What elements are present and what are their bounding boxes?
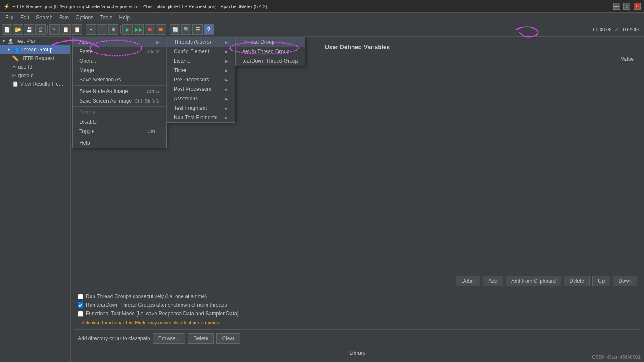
submenu-threads[interactable]: Threads (Users) ▶ <box>167 37 235 47</box>
ctx-sep1 <box>73 85 166 86</box>
library-section: Library <box>74 347 641 359</box>
submenu-teardown-thread-group[interactable]: tearDown Thread Group <box>236 56 305 66</box>
ctx-merge[interactable]: Merge <box>73 66 166 75</box>
ctx-sep2 <box>73 106 166 107</box>
toolbar-help[interactable]: ? <box>204 24 214 35</box>
maximize-button[interactable]: □ <box>623 3 630 10</box>
timer-display: 00:00:08 <box>593 27 611 32</box>
goodid-icon: ✂ <box>12 72 16 78</box>
tree-item-userid[interactable]: ✂ userId <box>0 63 70 71</box>
menu-search[interactable]: Search <box>33 14 56 21</box>
title-bar: ⚡ HTTP Request.jmx (D:\Programing\Jmeter… <box>0 0 644 13</box>
toolbar-run-all[interactable]: ▶▶ <box>134 24 144 35</box>
ctx-add[interactable]: Add ▶ <box>73 37 166 47</box>
down-button[interactable]: Down <box>613 276 637 286</box>
submenu-testfragment[interactable]: Test Fragment ▶ <box>167 103 235 113</box>
submenu-config[interactable]: Config Element ▶ <box>167 47 235 56</box>
toolbar-run[interactable]: ▶ <box>122 24 133 35</box>
viewresults-icon: 📋 <box>12 81 18 87</box>
submenu-assertions-arrow: ▶ <box>225 97 228 101</box>
ctx-save-selection[interactable]: Save Selection As... <box>73 75 166 84</box>
submenu-timer-arrow: ▶ <box>225 68 228 73</box>
classpath-label: Add directory or jar to classpath <box>78 335 150 341</box>
submenu-setup-thread-group[interactable]: setUp Thread Group <box>236 47 305 56</box>
menu-options[interactable]: Options <box>72 14 97 21</box>
minimize-button[interactable]: — <box>613 3 620 10</box>
toolbar-save[interactable]: 💾 <box>24 24 34 35</box>
toolbar-clear[interactable]: 🔄 <box>170 24 180 35</box>
detail-button[interactable]: Detail <box>456 276 480 286</box>
submenu-preproc[interactable]: Pre Processors ▶ <box>167 75 235 84</box>
menu-bar: File Edit Search Run Options Tools Help <box>0 13 644 22</box>
menu-run[interactable]: Run <box>56 14 72 21</box>
tree-expand-icon2: ▼ <box>7 48 11 52</box>
menu-tools[interactable]: Tools <box>97 14 115 21</box>
check-teardown[interactable] <box>78 302 83 308</box>
ctx-help[interactable]: Help <box>73 138 166 148</box>
checks-section: Run Thread Groups consecutively (i.e. on… <box>74 290 641 329</box>
submenu-threads-arrow: ▶ <box>225 40 228 45</box>
toolbar-settings[interactable]: ⚙ <box>108 24 118 35</box>
submenu-timer[interactable]: Timer ▶ <box>167 66 235 75</box>
submenu-preproc-arrow: ▶ <box>225 78 228 82</box>
submenu-nontest[interactable]: Non-Test Elements ▶ <box>167 113 235 122</box>
ctx-toggle[interactable]: Toggle Ctrl-T <box>73 127 166 136</box>
classpath-delete-button[interactable]: Delete <box>188 333 214 344</box>
toolbar-stop2[interactable]: ⏹ <box>156 24 166 35</box>
close-button[interactable]: ✕ <box>634 3 641 10</box>
warning-icon: ⚠ <box>615 27 620 33</box>
submenu-testfragment-arrow: ▶ <box>225 106 228 111</box>
add-clipboard-button[interactable]: Add from Clipboard <box>506 276 561 286</box>
toolbar-zoom[interactable]: 🔍 <box>181 24 191 35</box>
menu-help[interactable]: Help <box>115 14 133 21</box>
ctx-disable[interactable]: Disable <box>73 117 166 127</box>
ctx-add-arrow: ▶ <box>156 40 159 45</box>
toolbar-new[interactable]: 📄 <box>2 24 12 35</box>
tree-item-viewresults[interactable]: 📋 View Results Tre... <box>0 80 70 88</box>
check-consecutive-label: Run Thread Groups consecutively (i.e. on… <box>86 293 207 299</box>
check-row-3: Functional Test Mode (i.e. save Response… <box>78 311 637 317</box>
submenu-postproc[interactable]: Post Processors ▶ <box>167 84 235 94</box>
menu-file[interactable]: File <box>2 14 17 21</box>
httprequest-icon: ✏️ <box>12 55 18 61</box>
ctx-save-screen-image[interactable]: Save Screen As Image Ctrl+Shift-G <box>73 96 166 106</box>
toolbar: 📄 📂 💾 🖨 ✂ 📋 📋 + — ⚙ ▶ ▶▶ ⏹ ⏹ 🔄 🔍 ☰ ? 00:… <box>0 22 644 37</box>
ctx-paste[interactable]: Paste Ctrl-V <box>73 47 166 56</box>
toolbar-copy[interactable]: 📋 <box>61 24 71 35</box>
menu-edit[interactable]: Edit <box>17 14 33 21</box>
check-consecutive[interactable] <box>78 294 83 299</box>
toolbar-save-all[interactable]: 🖨 <box>35 24 46 35</box>
toolbar-add[interactable]: + <box>86 24 96 35</box>
browse-button[interactable]: Browse... <box>153 333 185 344</box>
run-counts: 0 0/200 <box>623 27 639 32</box>
watermark: CSDN @qq_45860901 <box>592 354 641 359</box>
ctx-open[interactable]: Open... <box>73 56 166 66</box>
clear-button[interactable]: Clear <box>216 333 240 344</box>
tree-item-httprequest[interactable]: ✏️ HTTP Request <box>0 54 70 63</box>
tree-item-testplan[interactable]: ▼ 🔬 Test Plan <box>0 37 70 45</box>
submenu-assertions[interactable]: Assertions ▶ <box>167 94 235 103</box>
ctx-save-node-shortcut: Ctrl-G <box>147 89 159 94</box>
window-title: HTTP Request.jmx (D:\Programing\Jmeter\a… <box>12 4 267 9</box>
toolbar-open[interactable]: 📂 <box>13 24 23 35</box>
delete-button[interactable]: Delete <box>564 276 590 286</box>
tree-item-threadgroup[interactable]: ▼ 👥 Thread Group <box>0 45 70 54</box>
ctx-save-node-image[interactable]: Save Node As Image Ctrl-G <box>73 87 166 96</box>
sep1 <box>47 25 48 34</box>
toolbar-list[interactable]: ☰ <box>192 24 203 35</box>
ctx-enable: Enable <box>73 108 166 117</box>
toolbar-paste[interactable]: 📋 <box>72 24 82 35</box>
submenu-nontest-arrow: ▶ <box>225 115 228 120</box>
add-button[interactable]: Add <box>483 276 503 286</box>
testplan-icon: 🔬 <box>7 38 14 44</box>
tree-item-goodid[interactable]: ✂ goodId <box>0 71 70 80</box>
up-button[interactable]: Up <box>592 276 610 286</box>
toolbar-stop[interactable]: ⏹ <box>145 24 155 35</box>
check-functional[interactable] <box>78 311 83 317</box>
submenu-thread-group[interactable]: Thread Group <box>236 37 305 47</box>
ctx-save-screen-shortcut: Ctrl+Shift-G <box>134 98 159 103</box>
toolbar-remove[interactable]: — <box>97 24 107 35</box>
toolbar-cut[interactable]: ✂ <box>49 24 60 35</box>
submenu-listener[interactable]: Listener ▶ <box>167 56 235 66</box>
threadgroup-icon: 👥 <box>12 47 19 53</box>
